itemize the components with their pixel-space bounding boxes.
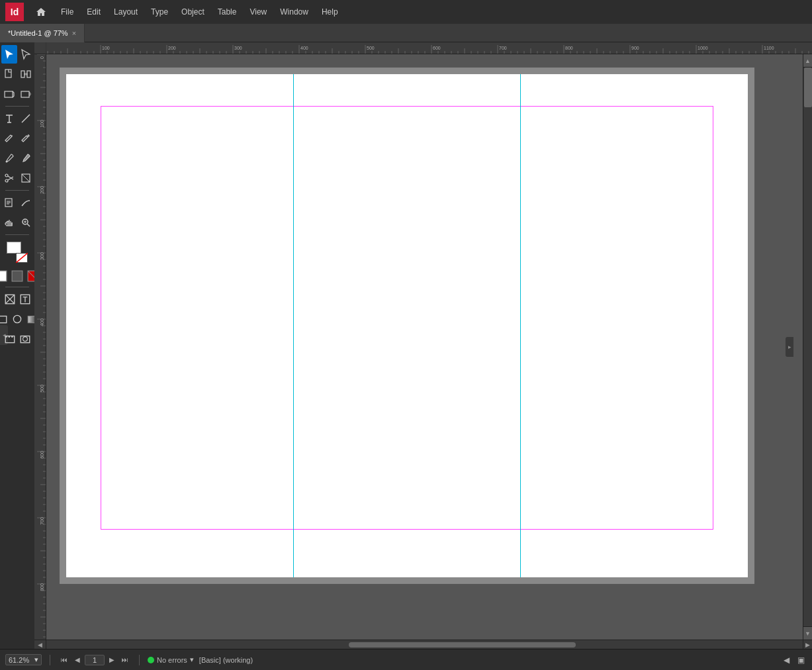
type-tool-group <box>1 109 34 128</box>
scrollbar-up-button[interactable]: ▲ <box>803 54 812 68</box>
toolbar-divider-3 <box>5 234 29 235</box>
notes-tool-group <box>1 193 34 212</box>
vertical-ruler: 0100200300400500600700800900 <box>34 54 46 640</box>
menu-file[interactable]: File <box>56 5 79 19</box>
preview-mode-button[interactable] <box>10 269 24 283</box>
document-tab[interactable]: *Untitled-1 @ 77% × <box>0 24 85 42</box>
svg-point-6 <box>5 161 7 163</box>
menu-type[interactable]: Type <box>146 5 173 19</box>
statusbar: 61.2% ▾ ⏮ ◀ ▶ ⏭ No errors ▾ [Basic] (wor… <box>0 649 812 670</box>
scrollbar-thumb-h[interactable] <box>349 642 576 647</box>
svg-point-31 <box>23 337 27 342</box>
fill-swatch[interactable] <box>7 242 21 254</box>
zoom-dropdown[interactable]: 61.2% ▾ <box>5 654 42 665</box>
menu-object[interactable]: Object <box>176 5 210 19</box>
main-layout: ◂ <box>0 42 812 649</box>
svg-line-10 <box>22 174 30 182</box>
zoom-tool[interactable] <box>18 213 34 232</box>
notes-tool[interactable] <box>1 193 17 212</box>
canvas-scroll[interactable]: ▸ <box>46 54 803 640</box>
measure-tool[interactable] <box>18 149 34 168</box>
toolbar-divider-2 <box>5 190 29 191</box>
collapse-right-button[interactable]: ▸ <box>786 337 793 357</box>
eyedropper-tool[interactable] <box>1 149 17 168</box>
page-number-input[interactable] <box>85 655 105 665</box>
svg-text:300: 300 <box>40 252 44 260</box>
scissors-tool[interactable] <box>1 169 17 187</box>
app-logo: Id <box>5 3 24 21</box>
add-anchor-tool[interactable] <box>18 129 34 148</box>
scrollbar-thumb-v[interactable] <box>804 68 812 107</box>
svg-text:600: 600 <box>433 46 441 50</box>
tab-title: *Untitled-1 @ 77% <box>8 29 68 37</box>
object-frame-tool[interactable] <box>18 330 32 348</box>
home-button[interactable] <box>32 3 50 21</box>
svg-point-24 <box>13 315 21 322</box>
errors-dropdown-arrow[interactable]: ▾ <box>190 655 194 664</box>
menu-window[interactable]: Window <box>275 5 314 19</box>
ellipse-tool[interactable] <box>10 310 24 328</box>
movie-tool[interactable] <box>3 330 17 348</box>
hand-tool[interactable] <box>1 213 17 232</box>
selection-tool[interactable] <box>1 45 17 64</box>
svg-point-7 <box>5 174 8 177</box>
svg-text:900: 900 <box>631 46 639 50</box>
layout-toggle-button[interactable]: ◀ <box>780 654 792 666</box>
transform-tool[interactable] <box>18 169 34 187</box>
smooth-tool[interactable] <box>18 193 34 212</box>
stroke-swatch[interactable] <box>16 253 28 263</box>
scrollbar-right-button[interactable]: ▶ <box>803 640 812 649</box>
page-tool[interactable] <box>1 65 17 83</box>
svg-rect-23 <box>0 316 7 323</box>
bleed-mode-button[interactable] <box>26 269 34 283</box>
svg-text:100: 100 <box>40 120 44 128</box>
direct-selection-tool[interactable] <box>18 45 34 64</box>
normal-mode-button[interactable] <box>0 269 9 283</box>
zoom-section: 61.2% ▾ <box>5 654 42 665</box>
svg-line-5 <box>22 115 30 122</box>
vertical-scrollbar[interactable]: ▲ ▼ <box>803 54 812 640</box>
svg-rect-172 <box>34 54 46 640</box>
gradient-tool[interactable] <box>25 310 34 328</box>
horizontal-scrollbar-track[interactable] <box>46 640 803 649</box>
errors-label: No errors <box>157 656 187 664</box>
svg-line-13 <box>27 224 30 226</box>
type-tool[interactable] <box>1 109 17 128</box>
svg-text:500: 500 <box>40 385 44 393</box>
scrollbar-down-button[interactable]: ▼ <box>803 626 812 640</box>
svg-rect-27 <box>5 336 7 338</box>
svg-rect-2 <box>27 71 30 77</box>
color-swatches[interactable] <box>5 240 29 264</box>
svg-text:1000: 1000 <box>698 46 708 50</box>
page-next-button[interactable]: ▶ <box>106 654 118 666</box>
content-collector-tool[interactable] <box>1 85 17 103</box>
margin-guide <box>101 106 713 530</box>
svg-text:800: 800 <box>565 46 573 50</box>
content-placer-tool[interactable] <box>18 85 34 103</box>
preflight-indicator <box>148 657 154 663</box>
page-navigation: ⏮ ◀ ▶ ⏭ <box>58 654 131 666</box>
page-first-button[interactable]: ⏮ <box>58 654 70 666</box>
menu-edit[interactable]: Edit <box>81 5 106 19</box>
rectangle-tool[interactable] <box>0 310 9 328</box>
menu-view[interactable]: View <box>244 5 272 19</box>
text-tool-btn2[interactable] <box>18 290 32 309</box>
page-prev-button[interactable]: ◀ <box>71 654 83 666</box>
line-tool[interactable] <box>18 109 34 128</box>
menu-table[interactable]: Table <box>212 5 242 19</box>
shape-tool-group <box>0 310 34 328</box>
tab-close-button[interactable]: × <box>72 29 76 37</box>
gap-tool[interactable] <box>18 65 34 83</box>
pen-tool[interactable] <box>1 129 17 148</box>
rectangle-frame-tool[interactable] <box>3 290 17 309</box>
scrollbar-left-button[interactable]: ◀ <box>34 640 46 649</box>
menu-layout[interactable]: Layout <box>109 5 143 19</box>
menu-help[interactable]: Help <box>316 5 343 19</box>
vertical-ruler-svg: 0100200300400500600700800900 <box>34 54 46 640</box>
panel-toggle-button[interactable]: ▣ <box>795 654 807 666</box>
svg-text:300: 300 <box>234 46 242 50</box>
page-last-button[interactable]: ⏭ <box>119 654 131 666</box>
menubar: Id File Edit Layout Type Object Table Vi… <box>0 0 812 24</box>
svg-text:700: 700 <box>499 46 507 50</box>
svg-point-8 <box>5 179 8 182</box>
